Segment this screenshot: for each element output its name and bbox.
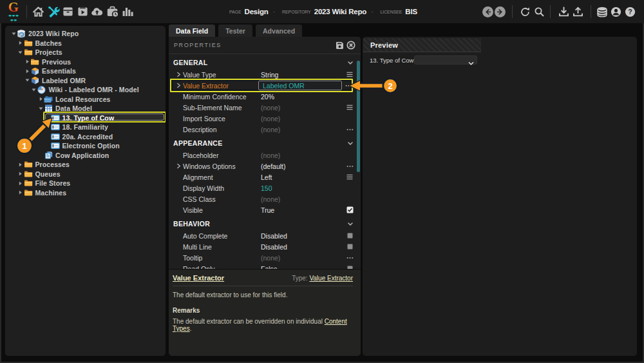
chevron-down-icon[interactable] <box>347 57 354 68</box>
expander-chevron-icon[interactable] <box>175 72 183 77</box>
home-icon[interactable] <box>31 5 46 19</box>
expand-open-icon[interactable] <box>24 78 30 83</box>
expand-closed-icon[interactable] <box>24 59 30 64</box>
property-row-value-extractor[interactable]: Value ExtractorLabeled OMR <box>169 80 361 91</box>
tree-item-essentials[interactable]: Essentials <box>5 66 166 76</box>
tree-item-file-stores[interactable]: File Stores <box>5 179 166 188</box>
property-row-css-class[interactable]: CSS Class(none) <box>169 193 361 204</box>
ellipsis-icon[interactable] <box>346 126 354 133</box>
expand-open-icon[interactable] <box>10 32 17 36</box>
expand-closed-icon[interactable] <box>17 41 24 45</box>
ellipsis-icon[interactable] <box>346 254 354 262</box>
property-value[interactable]: (none) <box>261 254 280 262</box>
tree-item-18-familiarity[interactable]: 18. Familiarity <box>5 123 166 132</box>
chevron-down-icon[interactable] <box>347 218 354 230</box>
tree-item-labeled-omr[interactable]: Labeled OMR <box>5 76 166 86</box>
expand-closed-icon[interactable] <box>17 162 24 167</box>
property-row-minimum-confidence[interactable]: Minimum Confidence20% <box>169 91 361 102</box>
property-row-placeholder[interactable]: Placeholder(none) <box>169 150 361 161</box>
batch-play-icon[interactable] <box>75 5 90 19</box>
property-value[interactable]: String <box>261 71 278 79</box>
type-link[interactable]: Value Extractor <box>309 275 353 282</box>
property-row-alignment[interactable]: AlignmentLeft <box>169 172 361 182</box>
cloud-upload-icon[interactable] <box>90 5 105 19</box>
tree-item-batches[interactable]: Batches <box>5 39 166 48</box>
design-tools-icon[interactable] <box>46 5 61 19</box>
tree-item-local-resources[interactable]: Local Resources <box>5 95 166 104</box>
forward-icon[interactable] <box>495 6 506 17</box>
briefcase-clock-icon[interactable] <box>105 5 120 19</box>
checkbox-dim-icon[interactable] <box>346 232 354 240</box>
expander-chevron-icon[interactable] <box>175 163 183 169</box>
property-value[interactable]: 150 <box>261 184 272 192</box>
expand-closed-icon[interactable] <box>24 69 30 74</box>
preview-field-select[interactable] <box>414 55 477 64</box>
expand-closed-icon[interactable] <box>17 190 24 195</box>
property-row-windows-options[interactable]: Windows Options(default) <box>169 161 361 172</box>
archive-box-icon[interactable] <box>61 5 75 19</box>
property-value[interactable]: Disabled <box>261 232 287 240</box>
tree-item-wiki-labeled-omr-model[interactable]: Wiki - Labeled OMR - Model <box>5 85 166 95</box>
property-value[interactable]: (none) <box>261 195 280 203</box>
tab-data-field[interactable]: Data Field <box>169 25 215 37</box>
tree-item-machines[interactable]: Machines <box>5 188 166 198</box>
refresh-icon[interactable] <box>518 5 532 19</box>
save-icon[interactable] <box>334 39 345 51</box>
tree-item-2023-wiki-repo[interactable]: 2023 Wiki Repo <box>5 29 166 39</box>
expand-closed-icon[interactable] <box>37 97 44 101</box>
tree-item-20a-accredited[interactable]: 20a. Accredited <box>5 132 166 142</box>
property-row-import-source[interactable]: Import Source(none) <box>169 113 361 124</box>
property-value[interactable]: (none) <box>261 126 280 133</box>
expand-open-icon[interactable] <box>31 88 37 92</box>
menu-icon[interactable] <box>346 173 354 181</box>
property-value[interactable]: (none) <box>261 152 280 159</box>
ellipsis-icon[interactable] <box>346 162 354 170</box>
page-value[interactable]: Design <box>245 8 269 15</box>
property-row-multi-line[interactable]: Multi LineDisabled <box>169 241 361 252</box>
scrollbar-thumb[interactable] <box>357 61 360 172</box>
expand-closed-icon[interactable] <box>17 181 24 186</box>
property-row-auto-complete[interactable]: Auto CompleteDisabled <box>169 230 361 241</box>
expand-open-icon[interactable] <box>17 50 24 55</box>
property-row-description[interactable]: Description(none) <box>169 124 361 135</box>
property-value-box[interactable]: Labeled OMR <box>258 81 342 90</box>
tree-item-previous[interactable]: Previous <box>5 57 166 67</box>
property-row-sub-element-name[interactable]: Sub-Element Name(none) <box>169 102 361 113</box>
database-icon[interactable] <box>595 5 609 19</box>
menu-icon[interactable] <box>346 71 354 79</box>
ellipsis-icon[interactable] <box>345 82 352 90</box>
tree-item-13-type-of-cow[interactable]: 13. Type of Cow <box>5 113 166 123</box>
tree-item-projects[interactable]: Projects <box>5 48 166 57</box>
tree-item-electronic-option[interactable]: Electronic Option <box>5 141 166 151</box>
section-header-general[interactable]: GENERAL <box>169 55 361 69</box>
property-value[interactable]: (none) <box>261 104 280 112</box>
menu-icon[interactable] <box>346 104 354 112</box>
download-icon[interactable] <box>557 5 571 19</box>
checkbox-dim-icon[interactable] <box>346 243 354 251</box>
expand-closed-icon[interactable] <box>17 172 24 176</box>
tree-item-cow-application[interactable]: Cow Application <box>5 151 166 161</box>
chevron-down-icon[interactable] <box>347 137 354 149</box>
property-row-display-width[interactable]: Display Width150 <box>169 182 361 193</box>
property-row-tooltip[interactable]: Tooltip(none) <box>169 252 361 263</box>
grooper-logo[interactable]: G <box>5 2 23 21</box>
checkbox-checked-icon[interactable] <box>346 206 354 214</box>
section-header-appearance[interactable]: APPEARANCE <box>169 136 361 150</box>
expand-open-icon[interactable] <box>37 106 44 111</box>
property-row-visible[interactable]: VisibleTrue <box>169 204 361 215</box>
property-value[interactable]: True <box>261 206 274 214</box>
tree-item-queues[interactable]: Queues <box>5 170 166 179</box>
property-value[interactable]: (default) <box>261 162 286 170</box>
close-icon[interactable] <box>345 39 357 51</box>
property-value[interactable]: (none) <box>261 115 280 123</box>
help-icon[interactable]: ? <box>623 5 637 19</box>
tree-item-processes[interactable]: Processes <box>5 160 166 170</box>
stats-icon[interactable] <box>120 5 135 19</box>
property-value[interactable]: Left <box>261 173 272 181</box>
user-icon[interactable] <box>609 5 623 19</box>
search-icon[interactable] <box>533 5 546 19</box>
repository-value[interactable]: 2023 Wiki Repo <box>314 8 366 15</box>
section-header-behavior[interactable]: BEHAVIOR <box>169 217 361 230</box>
back-icon[interactable] <box>482 6 493 17</box>
property-value[interactable]: 20% <box>261 93 274 101</box>
